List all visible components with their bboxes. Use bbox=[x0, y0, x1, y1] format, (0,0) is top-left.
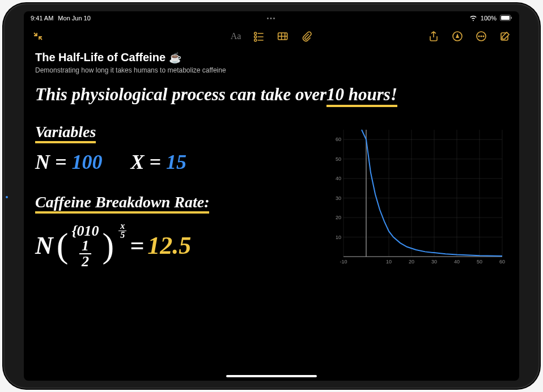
svg-rect-2 bbox=[511, 16, 512, 19]
svg-point-17 bbox=[483, 36, 484, 37]
handwritten-canvas[interactable]: This physiological process can take over… bbox=[24, 80, 519, 364]
svg-text:30: 30 bbox=[336, 195, 341, 201]
attachment-button[interactable] bbox=[300, 30, 312, 42]
hw-var-x-value: 15 bbox=[166, 151, 186, 173]
svg-text:40: 40 bbox=[454, 259, 460, 265]
formula-equals: = bbox=[130, 231, 144, 260]
app-toolbar: Aa bbox=[24, 25, 519, 48]
svg-text:10: 10 bbox=[386, 259, 392, 265]
hw-var-n-label: N = bbox=[35, 151, 72, 173]
svg-text:20: 20 bbox=[336, 215, 341, 220]
formula-N: N bbox=[35, 231, 53, 260]
font-style-button[interactable]: Aa bbox=[231, 30, 241, 42]
note-title[interactable]: The Half-Life of Caffeine ☕ bbox=[35, 51, 508, 64]
chart: -10102030405060102030405060 bbox=[324, 126, 506, 268]
hw-var-x: X = 15 bbox=[131, 150, 187, 174]
compose-button[interactable] bbox=[499, 30, 511, 42]
formula-exponent: x 5 bbox=[118, 222, 126, 239]
side-indicator bbox=[6, 196, 8, 198]
hw-rate-heading: Caffeine Breakdown Rate: bbox=[35, 193, 209, 214]
hw-var-n-value: 100 bbox=[72, 151, 103, 173]
collapse-button[interactable] bbox=[32, 30, 44, 42]
hw-var-n: N = 100 bbox=[35, 150, 103, 174]
markup-button[interactable] bbox=[451, 30, 464, 42]
battery-percent: 100% bbox=[481, 15, 497, 22]
note-header: The Half-Life of Caffeine ☕ Demonstratin… bbox=[24, 48, 519, 80]
table-button[interactable] bbox=[276, 30, 289, 42]
hw-sentence: This physiological process can take over… bbox=[35, 83, 508, 107]
svg-text:50: 50 bbox=[336, 156, 341, 162]
hw-variables-heading: Variables bbox=[35, 123, 96, 143]
checklist-button[interactable] bbox=[252, 30, 265, 42]
svg-rect-1 bbox=[501, 16, 510, 20]
home-indicator[interactable] bbox=[226, 375, 317, 377]
more-button[interactable] bbox=[475, 30, 487, 42]
svg-text:60: 60 bbox=[336, 137, 341, 142]
status-bar: 9:41 AM Mon Jun 10 ••• 100% bbox=[24, 11, 519, 25]
screen: 9:41 AM Mon Jun 10 ••• 100% bbox=[24, 11, 519, 381]
ipad-frame: 9:41 AM Mon Jun 10 ••• 100% bbox=[3, 3, 540, 389]
note-title-text: The Half-Life of Caffeine bbox=[35, 51, 166, 64]
formula-half-den: 2 bbox=[79, 254, 91, 269]
svg-text:50: 50 bbox=[477, 259, 482, 265]
share-button[interactable] bbox=[427, 30, 440, 42]
svg-point-15 bbox=[478, 36, 480, 37]
formula-half: {010 1 2 bbox=[71, 224, 99, 269]
wifi-icon bbox=[469, 15, 477, 22]
hw-sentence-part1: This physiological process can take over bbox=[35, 83, 326, 106]
note-subtitle[interactable]: Demonstrating how long it takes humans t… bbox=[35, 66, 508, 74]
svg-text:-10: -10 bbox=[340, 259, 347, 265]
svg-text:60: 60 bbox=[499, 259, 505, 265]
battery-icon bbox=[500, 15, 512, 22]
formula-result: 12.5 bbox=[147, 231, 191, 260]
paren-left: ( bbox=[57, 225, 69, 266]
multitask-dots[interactable]: ••• bbox=[267, 15, 277, 22]
svg-text:40: 40 bbox=[336, 176, 341, 181]
svg-text:20: 20 bbox=[409, 259, 414, 265]
svg-text:30: 30 bbox=[431, 259, 437, 265]
formula-exp-den: 5 bbox=[120, 231, 125, 239]
coffee-emoji: ☕ bbox=[169, 52, 181, 64]
formula-half-num: 1 bbox=[79, 238, 91, 254]
chart-svg: -10102030405060102030405060 bbox=[324, 126, 506, 268]
svg-point-5 bbox=[254, 36, 256, 38]
svg-point-7 bbox=[254, 39, 256, 41]
svg-point-16 bbox=[481, 36, 482, 37]
svg-point-3 bbox=[254, 32, 256, 35]
hw-sentence-emphasis: 10 hours! bbox=[326, 83, 397, 107]
svg-text:10: 10 bbox=[336, 235, 341, 240]
paren-right: ) bbox=[103, 225, 114, 266]
hw-var-x-label: X = bbox=[131, 151, 167, 173]
status-time: 9:41 AM bbox=[31, 15, 53, 22]
status-date: Mon Jun 10 bbox=[58, 15, 90, 22]
